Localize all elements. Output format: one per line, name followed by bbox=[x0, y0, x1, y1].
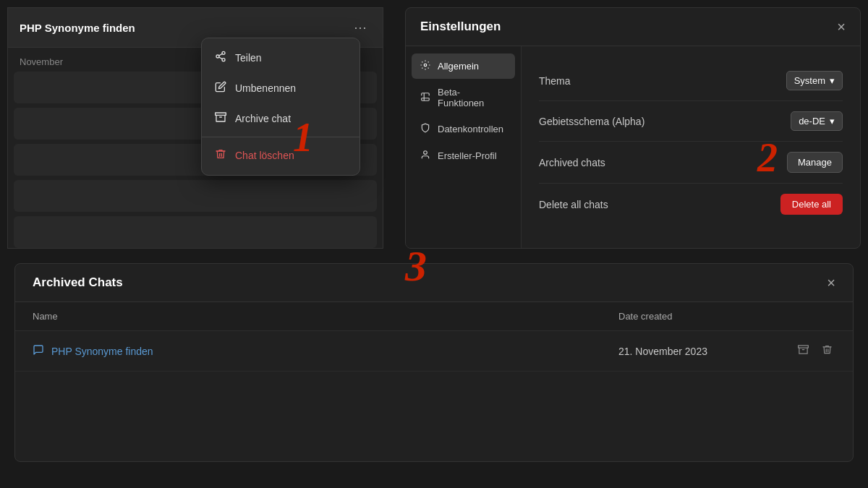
gear-icon bbox=[420, 60, 430, 72]
menu-label-delete: Chat löschen bbox=[235, 150, 294, 161]
archived-chats-close-button[interactable]: × bbox=[827, 275, 835, 290]
settings-body: Allgemein Beta-Funktionen Datenkontrolle… bbox=[406, 46, 860, 248]
settings-label-archived: Archived chats bbox=[539, 157, 605, 168]
svg-point-7 bbox=[424, 64, 427, 67]
annotation-3: 3 bbox=[405, 241, 427, 291]
settings-close-button[interactable]: × bbox=[837, 20, 846, 34]
archived-chats-panel: Archived Chats × Name Date created PHP S… bbox=[14, 263, 854, 462]
list-item[interactable] bbox=[14, 180, 377, 212]
archived-row-title[interactable]: PHP Synonyme finden bbox=[51, 346, 153, 357]
settings-nav-daten[interactable]: Datenkontrollen bbox=[412, 116, 515, 142]
archived-chats-header: Archived Chats × bbox=[15, 264, 853, 302]
theme-select[interactable]: System ▾ bbox=[786, 71, 843, 90]
settings-header: Einstellungen × bbox=[406, 8, 860, 46]
menu-divider bbox=[202, 137, 359, 137]
trash-icon bbox=[215, 148, 226, 163]
settings-panel: Einstellungen × Allgemein Beta-Funktione… bbox=[405, 7, 861, 249]
menu-item-archive[interactable]: Archive chat bbox=[202, 103, 359, 134]
chevron-down-icon: ▾ bbox=[830, 75, 835, 86]
settings-nav-label-beta: Beta-Funktionen bbox=[438, 87, 506, 108]
menu-label-teilen: Teilen bbox=[235, 52, 262, 64]
svg-line-3 bbox=[219, 57, 223, 59]
list-item[interactable] bbox=[14, 216, 377, 248]
context-menu: Teilen Umbenennen Archive chat Chat lösc bbox=[201, 38, 360, 176]
chevron-down-icon: ▾ bbox=[830, 116, 835, 127]
menu-label-archive: Archive chat bbox=[235, 113, 291, 124]
delete-row-button[interactable] bbox=[819, 341, 835, 361]
archived-table: Name Date created PHP Synonyme finden 21… bbox=[15, 302, 853, 461]
settings-row-gebietsschema: Gebietsschema (Alpha) de-DE ▾ bbox=[539, 101, 843, 142]
menu-item-umbenennen[interactable]: Umbenennen bbox=[202, 73, 359, 103]
settings-nav-beta[interactable]: Beta-Funktionen bbox=[412, 80, 515, 115]
settings-row-archived: Archived chats Manage 2 bbox=[539, 142, 843, 184]
share-icon bbox=[215, 51, 226, 65]
chat-title: PHP Synonyme finden bbox=[20, 22, 135, 34]
archived-row-actions bbox=[778, 341, 835, 361]
beta-icon bbox=[420, 92, 430, 104]
chat-bubble-icon bbox=[33, 344, 44, 359]
menu-item-delete[interactable]: Chat löschen bbox=[202, 140, 359, 171]
user-icon bbox=[420, 150, 430, 162]
settings-nav-label-allgemein: Allgemein bbox=[438, 61, 479, 72]
col-header-date: Date created bbox=[618, 311, 778, 322]
settings-nav-allgemein[interactable]: Allgemein bbox=[412, 53, 515, 79]
archived-table-header: Name Date created bbox=[15, 302, 853, 331]
settings-title: Einstellungen bbox=[420, 20, 501, 34]
archived-row-name: PHP Synonyme finden bbox=[33, 344, 618, 359]
shield-icon bbox=[420, 123, 430, 135]
svg-rect-5 bbox=[216, 113, 226, 115]
menu-item-teilen[interactable]: Teilen bbox=[202, 43, 359, 73]
settings-row-delete-all: Delete all chats Delete all bbox=[539, 184, 843, 225]
menu-label-umbenennen: Umbenennen bbox=[235, 82, 296, 94]
locale-select[interactable]: de-DE ▾ bbox=[791, 111, 843, 131]
table-row: PHP Synonyme finden 21. November 2023 bbox=[15, 331, 853, 372]
settings-nav-label-profil: Ersteller-Profil bbox=[438, 150, 497, 161]
manage-archived-button[interactable]: Manage bbox=[787, 152, 843, 173]
settings-content: Thema System ▾ Gebietsschema (Alpha) de-… bbox=[522, 46, 860, 248]
settings-sidebar: Allgemein Beta-Funktionen Datenkontrolle… bbox=[406, 46, 522, 248]
unarchive-button[interactable] bbox=[795, 341, 812, 361]
svg-line-4 bbox=[219, 53, 223, 56]
settings-nav-label-daten: Datenkontrollen bbox=[438, 124, 503, 134]
settings-label-gebietsschema: Gebietsschema (Alpha) bbox=[539, 116, 644, 127]
svg-rect-9 bbox=[799, 346, 809, 348]
archived-row-date: 21. November 2023 bbox=[618, 346, 778, 357]
edit-icon bbox=[215, 81, 226, 95]
col-header-name: Name bbox=[33, 311, 618, 322]
annotation-2: 2 bbox=[757, 134, 778, 181]
settings-nav-profil[interactable]: Ersteller-Profil bbox=[412, 143, 515, 168]
settings-label-delete-all: Delete all chats bbox=[539, 199, 608, 210]
settings-row-thema: Thema System ▾ bbox=[539, 61, 843, 101]
archive-icon bbox=[215, 111, 226, 126]
delete-all-button[interactable]: Delete all bbox=[780, 194, 843, 215]
more-options-button[interactable]: ⋯ bbox=[349, 18, 371, 37]
settings-label-thema: Thema bbox=[539, 75, 571, 87]
archived-chats-title: Archived Chats bbox=[33, 275, 123, 290]
svg-point-8 bbox=[424, 151, 427, 155]
